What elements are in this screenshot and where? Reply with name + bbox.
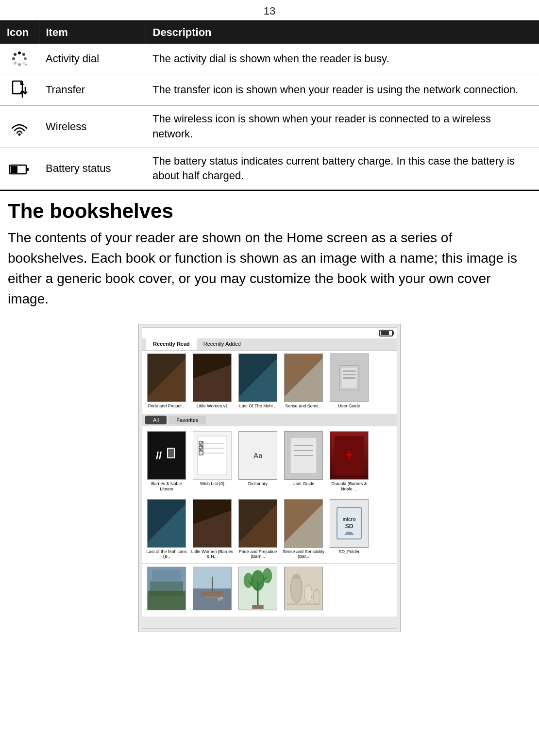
book-item[interactable]: Last of the Mohicans (B..	[145, 499, 188, 560]
svg-text:micro: micro	[342, 517, 355, 522]
section-heading: The bookshelves	[0, 191, 539, 228]
item-cell-wireless: Wireless	[39, 106, 146, 148]
svg-rect-19	[343, 370, 355, 372]
sub-tab-all[interactable]: All	[145, 416, 167, 424]
reader-battery-icon	[379, 330, 393, 336]
reader-tabs[interactable]: Recently Read Recently Added	[142, 338, 397, 351]
book-cover	[193, 431, 232, 480]
book-title: Barnes & Noble Library	[145, 481, 188, 492]
svg-point-5	[14, 62, 17, 65]
book-title: Last Of The Mohi...	[239, 403, 276, 409]
book-item[interactable]: Pride and Prejudice (Barn...	[236, 499, 279, 560]
book-cover: ✝	[330, 431, 369, 480]
book-title: User Guide	[338, 403, 360, 409]
book-item[interactable]: ✝ Dracula (Barnes & Noble ...	[328, 431, 371, 492]
svg-point-58	[263, 568, 272, 583]
book-item[interactable]: // Barnes & Noble Library	[145, 431, 188, 492]
shelf-recently-read: Pride and Prejudi... Little Women.v1 Las…	[142, 351, 397, 412]
book-cover	[147, 499, 186, 548]
table-row: Battery status The battery status indica…	[0, 148, 539, 190]
transfer-icon	[11, 80, 28, 100]
svg-point-56	[251, 570, 264, 591]
svg-rect-15	[26, 168, 29, 171]
icon-cell	[0, 106, 39, 148]
book-item[interactable]: User Guide	[282, 431, 325, 492]
icon-cell	[0, 74, 39, 106]
svg-marker-49	[201, 591, 224, 597]
svg-point-50	[220, 597, 223, 600]
svg-point-4	[14, 53, 17, 56]
svg-point-8	[25, 64, 27, 66]
svg-point-66	[315, 588, 319, 591]
svg-point-6	[22, 53, 25, 56]
tab-recently-read[interactable]: Recently Read	[146, 338, 197, 350]
book-cover	[238, 353, 277, 402]
book-item[interactable]: Last Of The Mohi...	[236, 353, 279, 409]
reader-sub-tabs[interactable]: All Favorites	[142, 414, 397, 426]
svg-point-3	[24, 57, 27, 60]
book-title: Sense and Sensibility (Bar...	[282, 549, 325, 560]
table-row: Activity dial The activity dial is shown…	[0, 44, 539, 74]
book-title: Sense and Sensi...	[285, 403, 322, 409]
shelf-third: Last of the Mohicans (B.. Little Women (…	[142, 496, 397, 563]
svg-point-57	[244, 573, 253, 588]
sub-tab-favorites[interactable]: Favorites	[168, 416, 206, 424]
desc-cell-transfer: The transfer icon is shown when your rea…	[146, 74, 539, 106]
svg-point-62	[293, 574, 301, 579]
book-item[interactable]: micro SD SD_Folder	[328, 499, 371, 560]
col-header-description: Description	[146, 21, 539, 44]
book-item[interactable]: Sense and Sensibility (Bar...	[282, 499, 325, 560]
book-item[interactable]: User Guide	[328, 353, 371, 409]
svg-rect-16	[11, 166, 17, 173]
body-paragraph: The contents of your reader are shown on…	[0, 228, 539, 319]
desc-cell-activity: The activity dial is shown when the read…	[146, 44, 539, 74]
book-item[interactable]	[191, 567, 234, 612]
svg-point-2	[18, 63, 21, 66]
book-title: Pride and Prejudice (Barn...	[236, 549, 279, 560]
col-header-item: Item	[39, 21, 146, 44]
shelf-row-3: Last of the Mohicans (B.. Little Women (…	[145, 499, 394, 560]
svg-point-51	[218, 598, 221, 601]
book-item[interactable]	[282, 567, 325, 612]
icon-cell	[0, 148, 39, 190]
book-item[interactable]: Wish List (0)	[191, 431, 234, 492]
svg-point-13	[18, 133, 21, 135]
reader-footer	[142, 617, 397, 628]
tab-recently-added[interactable]: Recently Added	[197, 338, 248, 350]
book-title: Dracula (Barnes & Noble ...	[328, 481, 371, 492]
svg-rect-25	[198, 436, 227, 475]
desc-cell-battery: The battery status indicates current bat…	[146, 148, 539, 190]
shelf-fourth	[142, 563, 397, 615]
battery-status-icon	[9, 164, 30, 175]
book-item[interactable]: Aa Dictionary	[236, 431, 279, 492]
book-item[interactable]: Pride and Prejudi...	[145, 353, 188, 409]
book-item[interactable]	[145, 567, 188, 612]
book-cover	[284, 499, 323, 548]
reader-topbar	[142, 328, 397, 338]
book-cover	[284, 567, 323, 610]
svg-rect-21	[343, 377, 355, 379]
book-item[interactable]	[236, 567, 279, 612]
page-number: 13	[0, 0, 539, 20]
svg-rect-43	[150, 582, 183, 596]
book-item[interactable]: Little Women.v1	[191, 353, 234, 409]
desc-cell-wireless: The wireless icon is shown when your rea…	[146, 106, 539, 148]
book-cover	[238, 567, 277, 610]
reader-screen-inner: Recently Read Recently Added Pride and P…	[142, 327, 397, 629]
book-cover	[193, 353, 232, 402]
book-title: Little Women (Barnes & N...	[191, 549, 234, 560]
svg-rect-59	[252, 605, 263, 609]
book-item[interactable]: Sense and Sensi...	[282, 353, 325, 409]
book-item[interactable]: Little Women (Barnes & N...	[191, 499, 234, 560]
book-cover: Aa	[238, 431, 277, 480]
book-cover	[284, 353, 323, 402]
book-cover: micro SD	[330, 499, 369, 548]
book-cover: //	[147, 431, 186, 480]
icon-cell	[0, 44, 39, 74]
item-cell-battery: Battery status	[39, 148, 146, 190]
reader-screenshot: Recently Read Recently Added Pride and P…	[138, 324, 401, 632]
activity-dial-icon	[10, 50, 29, 68]
shelf-row-1: Pride and Prejudi... Little Women.v1 Las…	[145, 353, 394, 409]
book-title: Little Women.v1	[197, 403, 228, 409]
book-cover	[147, 353, 186, 402]
